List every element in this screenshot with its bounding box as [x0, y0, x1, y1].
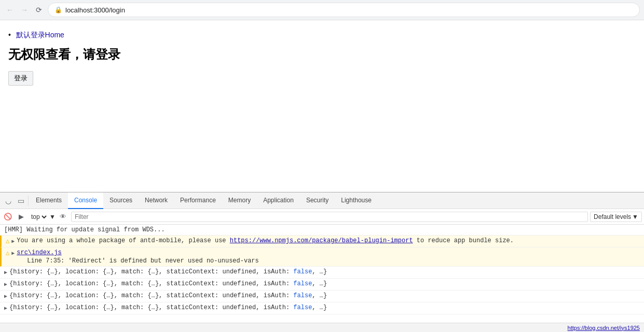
src-warning-detail: Line 7:35: 'Redirect' is defined but nev…	[17, 257, 258, 265]
login-button[interactable]: 登录	[8, 71, 33, 86]
tab-elements[interactable]: Elements	[30, 192, 68, 209]
devtools-panel: ◡ ▭ Elements Console Sources Network Per…	[0, 192, 644, 332]
back-button[interactable]: ←	[4, 4, 16, 16]
page-title: 无权限查看，请登录	[8, 46, 636, 63]
antd-link[interactable]: https://www.npmjs.com/package/babel-plug…	[230, 237, 413, 244]
default-levels-dropdown[interactable]: Default levels ▼	[590, 212, 642, 222]
tab-lighthouse[interactable]: Lighthouse	[335, 192, 378, 209]
eye-button[interactable]: 👁	[58, 211, 69, 223]
expand-triangle-3[interactable]: ▶	[4, 269, 7, 277]
lock-icon: 🔒	[54, 6, 62, 13]
breadcrumb-link[interactable]: 默认登录Home	[16, 31, 64, 39]
log-text-1: {history: {…}, location: {…}, match: {…}…	[9, 268, 327, 276]
status-bar: https://blog.csdn.net/iys1925	[0, 323, 644, 332]
expand-triangle-5[interactable]: ▶	[4, 293, 7, 301]
tab-console[interactable]: Console	[68, 192, 103, 209]
page-content-area: • 默认登录Home 无权限查看，请登录 登录	[0, 20, 644, 212]
browser-toolbar: ← → ⟳ 🔒 localhost:3000/login	[0, 0, 644, 20]
clear-console-button[interactable]: 🚫	[2, 211, 13, 223]
context-chevron: ▼	[49, 213, 56, 220]
browser-chrome: ← → ⟳ 🔒 localhost:3000/login	[0, 0, 644, 20]
devtools-tabs: ◡ ▭ Elements Console Sources Network Per…	[0, 192, 644, 209]
expand-triangle-4[interactable]: ▶	[4, 281, 7, 289]
src-file-link[interactable]: src\index.js	[17, 249, 61, 256]
context-select-input[interactable]: top	[29, 213, 48, 221]
tab-application[interactable]: Application	[257, 192, 300, 209]
page-content: • 默认登录Home 无权限查看，请登录 登录	[0, 20, 644, 192]
devtools-device-button[interactable]: ▭	[15, 195, 27, 207]
tab-sources[interactable]: Sources	[103, 192, 139, 209]
tab-memory[interactable]: Memory	[222, 192, 257, 209]
console-message-hmr: [HMR] Waiting for update signal from WDS…	[0, 225, 644, 236]
tab-network[interactable]: Network	[139, 192, 174, 209]
browser-window: ← → ⟳ 🔒 localhost:3000/login • 默认登录Home …	[0, 0, 644, 332]
context-selector[interactable]: top ▼	[29, 213, 56, 221]
log-text-2: {history: {…}, location: {…}, match: {…}…	[9, 280, 327, 288]
warning-icon-2: △	[6, 249, 9, 257]
console-message-log-4: ▶ {history: {…}, location: {…}, match: {…	[0, 302, 644, 314]
log-text-3: {history: {…}, location: {…}, match: {…}…	[9, 292, 327, 300]
filter-input[interactable]	[71, 212, 588, 222]
console-message-cursor	[0, 314, 644, 323]
reload-button[interactable]: ⟳	[33, 4, 45, 16]
console-message-log-1: ▶ {history: {…}, location: {…}, match: {…	[0, 267, 644, 279]
forward-button[interactable]: →	[19, 4, 30, 16]
default-levels-text: Default levels	[594, 213, 631, 220]
antd-warning-text: You are using a whole package of antd-mo…	[17, 237, 514, 245]
address-bar[interactable]: 🔒 localhost:3000/login	[48, 3, 640, 17]
console-message-log-2: ▶ {history: {…}, location: {…}, match: {…	[0, 279, 644, 290]
console-message-src-warning: △ ▶ src\index.js Line 7:35: 'Redirect' i…	[0, 247, 644, 267]
src-warning-text: src\index.js Line 7:35: 'Redirect' is de…	[17, 248, 258, 265]
log-text-4: {history: {…}, location: {…}, match: {…}…	[9, 303, 327, 312]
filter-toggle-button[interactable]: ▶	[16, 211, 27, 223]
expand-triangle-1[interactable]: ▶	[11, 238, 15, 246]
default-levels-chevron: ▼	[632, 213, 638, 220]
hmr-text: [HMR] Waiting for update signal from WDS…	[4, 226, 165, 234]
expand-triangle-6[interactable]: ▶	[4, 305, 7, 313]
expand-triangle-2[interactable]: ▶	[11, 250, 15, 258]
breadcrumb: • 默认登录Home	[8, 31, 636, 40]
tab-separator	[28, 196, 29, 206]
bullet: •	[8, 31, 11, 39]
console-messages: [HMR] Waiting for update signal from WDS…	[0, 225, 644, 323]
url-text: localhost:3000/login	[65, 6, 125, 14]
warning-icon-1: △	[6, 237, 9, 245]
console-message-antd-warning: △ ▶ You are using a whole package of ant…	[0, 236, 644, 247]
tab-security[interactable]: Security	[300, 192, 335, 209]
devtools-inspect-button[interactable]: ◡	[2, 195, 15, 207]
status-url: https://blog.csdn.net/iys1925	[568, 325, 640, 331]
tab-performance[interactable]: Performance	[174, 192, 222, 209]
console-message-log-3: ▶ {history: {…}, location: {…}, match: {…	[0, 290, 644, 302]
cursor-text	[4, 315, 8, 323]
console-toolbar: 🚫 ▶ top ▼ 👁 Default levels ▼	[0, 209, 644, 225]
